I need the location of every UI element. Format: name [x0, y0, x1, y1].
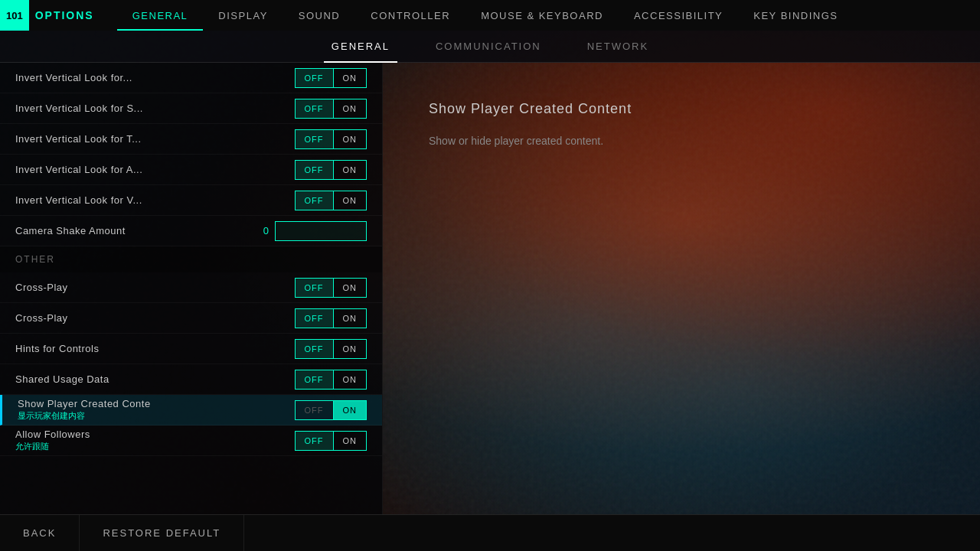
options-label: OPTIONS [35, 9, 94, 21]
toggle-on-invert-2[interactable]: ON [334, 99, 367, 118]
shake-value: 0 [253, 225, 269, 236]
toggle-invert-2[interactable]: OFF ON [295, 99, 368, 119]
back-button[interactable]: BACK [0, 515, 80, 552]
setting-invert-vertical-4[interactable]: Invert Vertical Look for A... OFF ON [0, 155, 382, 185]
allow-followers-label-group: Allow Followers 允许跟随 [15, 429, 90, 452]
toggle-on-invert-4[interactable]: ON [334, 161, 367, 179]
nav-tab-general[interactable]: GENERAL [117, 0, 204, 31]
setting-invert-vertical-5[interactable]: Invert Vertical Look for V... OFF ON [0, 185, 382, 216]
setting-shared-usage[interactable]: Shared Usage Data OFF ON [0, 364, 382, 395]
detail-description: Show or hide player created content. [429, 132, 934, 149]
shake-slider[interactable] [275, 221, 367, 241]
nav-tab-accessibility[interactable]: ACCESSIBILITY [619, 0, 738, 31]
toggle-on-allow-followers[interactable]: ON [334, 432, 367, 450]
toggle-on-invert-5[interactable]: ON [334, 191, 367, 210]
setting-show-player-content[interactable]: Show Player Created Conte 显示玩家创建内容 OFF O… [0, 395, 382, 425]
toggle-on-invert-1[interactable]: ON [334, 69, 367, 87]
camera-shake-control[interactable]: 0 [253, 221, 367, 241]
toggle-hints[interactable]: OFF ON [295, 339, 368, 359]
setting-cross-play-1[interactable]: Cross-Play OFF ON [0, 272, 382, 303]
toggle-invert-5[interactable]: OFF ON [295, 191, 368, 210]
top-nav-bar: 101 OPTIONS GENERAL DISPLAY SOUND CONTRO… [0, 0, 980, 31]
toggle-invert-4[interactable]: OFF ON [295, 160, 368, 180]
toggle-on-invert-3[interactable]: ON [334, 130, 367, 148]
setting-allow-followers[interactable]: Allow Followers 允许跟随 OFF ON [0, 425, 382, 456]
toggle-off-invert-3[interactable]: OFF [296, 130, 334, 148]
toggle-on-crossplay-2[interactable]: ON [334, 309, 367, 328]
toggle-on-show-player[interactable]: ON [334, 401, 367, 419]
nav-tab-mouse-keyboard[interactable]: MOUSE & KEYBOARD [466, 0, 619, 31]
setting-camera-shake[interactable]: Camera Shake Amount 0 [0, 216, 382, 246]
setting-cross-play-2[interactable]: Cross-Play OFF ON [0, 303, 382, 334]
toggle-on-crossplay-1[interactable]: ON [334, 279, 367, 297]
right-panel: Show Player Created Content Show or hide… [383, 63, 980, 514]
setting-invert-vertical-3[interactable]: Invert Vertical Look for T... OFF ON [0, 124, 382, 155]
toggle-off-shared-usage[interactable]: OFF [296, 370, 334, 389]
toggle-off-invert-5[interactable]: OFF [296, 191, 334, 210]
nav-tab-sound[interactable]: SOUND [283, 0, 355, 31]
toggle-off-crossplay-1[interactable]: OFF [296, 279, 334, 297]
sub-tab-communication[interactable]: COMMUNICATION [428, 31, 549, 63]
toggle-off-invert-4[interactable]: OFF [296, 161, 334, 179]
setting-invert-vertical-2[interactable]: Invert Vertical Look for S... OFF ON [0, 93, 382, 124]
nav-tab-display[interactable]: DISPLAY [203, 0, 283, 31]
toggle-off-show-player[interactable]: OFF [296, 401, 334, 419]
section-other-header: OTHER [0, 246, 382, 272]
show-player-label-group: Show Player Created Conte 显示玩家创建内容 [18, 398, 151, 422]
toggle-crossplay-2[interactable]: OFF ON [295, 308, 368, 328]
restore-default-button[interactable]: RESTORE DEFAULT [80, 515, 244, 552]
toggle-off-crossplay-2[interactable]: OFF [296, 309, 334, 328]
detail-title: Show Player Created Content [429, 101, 934, 117]
sub-tab-general[interactable]: GENERAL [324, 31, 397, 63]
logo-badge: 101 [0, 0, 29, 31]
bottom-bar: BACK RESTORE DEFAULT [0, 514, 980, 551]
toggle-on-shared-usage[interactable]: ON [334, 370, 367, 389]
nav-tab-controller[interactable]: CONTROLLER [355, 0, 466, 31]
toggle-invert-3[interactable]: OFF ON [295, 129, 368, 149]
toggle-allow-followers[interactable]: OFF ON [295, 431, 368, 451]
toggle-show-player-content[interactable]: OFF ON [295, 400, 368, 420]
setting-hints-controls[interactable]: Hints for Controls OFF ON [0, 334, 382, 364]
toggle-off-hints[interactable]: OFF [296, 340, 334, 358]
toggle-shared-usage[interactable]: OFF ON [295, 370, 368, 390]
toggle-invert-1[interactable]: OFF ON [295, 68, 368, 88]
nav-tabs: GENERAL DISPLAY SOUND CONTROLLER MOUSE &… [117, 0, 854, 31]
nav-tab-key-bindings[interactable]: KEY BINDINGS [738, 0, 853, 31]
sub-nav-bar: GENERAL COMMUNICATION NETWORK [0, 31, 980, 63]
toggle-off-allow-followers[interactable]: OFF [296, 432, 334, 450]
toggle-off-invert-1[interactable]: OFF [296, 69, 334, 87]
left-panel: Invert Vertical Look for... OFF ON Inver… [0, 63, 383, 514]
setting-invert-vertical-1[interactable]: Invert Vertical Look for... OFF ON [0, 63, 382, 93]
toggle-off-invert-2[interactable]: OFF [296, 99, 334, 118]
main-content: Invert Vertical Look for... OFF ON Inver… [0, 63, 980, 514]
toggle-on-hints[interactable]: ON [334, 340, 367, 358]
sub-tab-network[interactable]: NETWORK [580, 31, 656, 63]
toggle-crossplay-1[interactable]: OFF ON [295, 278, 368, 298]
